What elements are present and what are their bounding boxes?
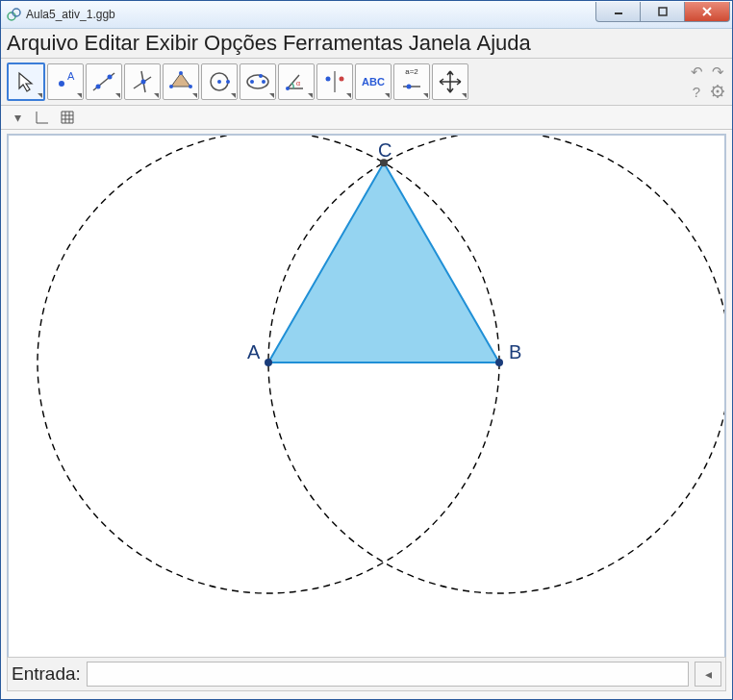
- label-a: A: [247, 341, 261, 362]
- svg-point-24: [259, 74, 263, 78]
- minimize-button[interactable]: [595, 2, 641, 22]
- svg-line-39: [721, 95, 723, 97]
- svg-point-28: [326, 77, 331, 82]
- dropdown-icon: [346, 93, 351, 98]
- svg-rect-3: [659, 8, 667, 15]
- point-tool[interactable]: A: [47, 63, 84, 100]
- svg-text:α: α: [296, 80, 300, 87]
- app-window: Aula5_ativ_1.ggb Arquivo Editar Exibir O…: [0, 0, 733, 700]
- tool-bar: A α ABC: [1, 59, 732, 106]
- svg-point-16: [189, 85, 192, 88]
- dropdown-icon: [38, 93, 42, 98]
- dropdown-icon: [462, 93, 467, 98]
- input-field[interactable]: [87, 662, 689, 687]
- slider-tool[interactable]: a=2: [393, 63, 430, 100]
- svg-point-10: [108, 75, 113, 80]
- input-history-button[interactable]: ◂: [695, 662, 721, 687]
- menu-arquivo[interactable]: Arquivo: [7, 31, 79, 56]
- svg-marker-14: [171, 73, 190, 87]
- slider-tool-label: a=2: [405, 67, 418, 76]
- perpendicular-tool[interactable]: [124, 63, 161, 100]
- line-tool[interactable]: [86, 63, 122, 100]
- close-button[interactable]: [684, 2, 730, 22]
- menu-exibir[interactable]: Exibir: [145, 31, 198, 56]
- dropdown-icon: [423, 93, 428, 98]
- help-icon[interactable]: ?: [688, 83, 705, 100]
- dropdown-icon: [385, 93, 390, 98]
- svg-line-40: [713, 95, 715, 97]
- menu-ajuda[interactable]: Ajuda: [476, 31, 530, 56]
- dropdown-icon: [269, 93, 274, 98]
- view-menu-icon[interactable]: ▾: [9, 109, 26, 126]
- text-tool[interactable]: ABC: [355, 63, 392, 100]
- move-graphics-tool[interactable]: [432, 63, 468, 100]
- input-bar: Entrada: ◂: [7, 657, 726, 691]
- dropdown-icon: [154, 93, 159, 98]
- svg-point-31: [407, 85, 412, 89]
- window-title: Aula5_ativ_1.ggb: [26, 8, 596, 21]
- label-b: B: [509, 341, 521, 362]
- svg-line-38: [713, 87, 715, 88]
- svg-point-15: [179, 71, 183, 75]
- redo-button[interactable]: ↷: [709, 63, 726, 81]
- window-controls: [596, 2, 730, 21]
- menu-opcoes[interactable]: Opções: [204, 31, 277, 56]
- grid-toggle-icon[interactable]: [59, 109, 76, 126]
- reflect-tool[interactable]: [316, 63, 353, 100]
- svg-point-13: [141, 80, 146, 85]
- app-icon: [7, 7, 22, 22]
- maximize-button[interactable]: [640, 2, 685, 22]
- menu-janela[interactable]: Janela: [409, 31, 471, 56]
- menu-ferramentas[interactable]: Ferramentas: [283, 31, 403, 56]
- text-tool-label: ABC: [362, 76, 385, 88]
- title-bar: Aula5_ativ_1.ggb: [1, 1, 732, 29]
- point-b[interactable]: [495, 359, 503, 366]
- svg-point-9: [96, 85, 101, 89]
- triangle-abc[interactable]: [268, 162, 499, 362]
- menu-bar: Arquivo Editar Exibir Opções Ferramentas…: [1, 29, 732, 59]
- circle-tool[interactable]: [201, 63, 238, 100]
- ellipse-tool[interactable]: [240, 63, 276, 100]
- axes-toggle-icon[interactable]: [34, 109, 51, 126]
- svg-text:A: A: [67, 70, 75, 82]
- point-a[interactable]: [265, 359, 272, 366]
- undo-button[interactable]: ↶: [688, 63, 705, 81]
- toolbar-right: ↶ ↷ ?: [688, 63, 726, 100]
- angle-tool[interactable]: α: [278, 63, 315, 100]
- graphics-view-header: ▾: [1, 106, 732, 130]
- svg-point-6: [59, 81, 64, 87]
- svg-point-17: [169, 85, 173, 88]
- dropdown-icon: [308, 93, 313, 98]
- label-c: C: [378, 139, 392, 161]
- svg-point-25: [286, 87, 290, 90]
- svg-point-19: [217, 80, 221, 84]
- svg-point-33: [717, 90, 720, 93]
- dropdown-icon: [231, 93, 236, 98]
- svg-point-22: [250, 80, 254, 84]
- svg-line-41: [721, 87, 723, 88]
- dropdown-icon: [77, 93, 82, 98]
- svg-point-23: [262, 80, 265, 84]
- input-label: Entrada:: [12, 663, 81, 685]
- graphics-view[interactable]: A B C: [7, 134, 726, 682]
- settings-icon[interactable]: [709, 83, 726, 100]
- dropdown-icon: [192, 93, 197, 98]
- polygon-tool[interactable]: [163, 63, 199, 100]
- svg-point-29: [340, 77, 344, 82]
- move-tool[interactable]: [7, 62, 45, 101]
- menu-editar[interactable]: Editar: [85, 31, 139, 56]
- svg-point-20: [226, 80, 230, 84]
- dropdown-icon: [115, 93, 120, 98]
